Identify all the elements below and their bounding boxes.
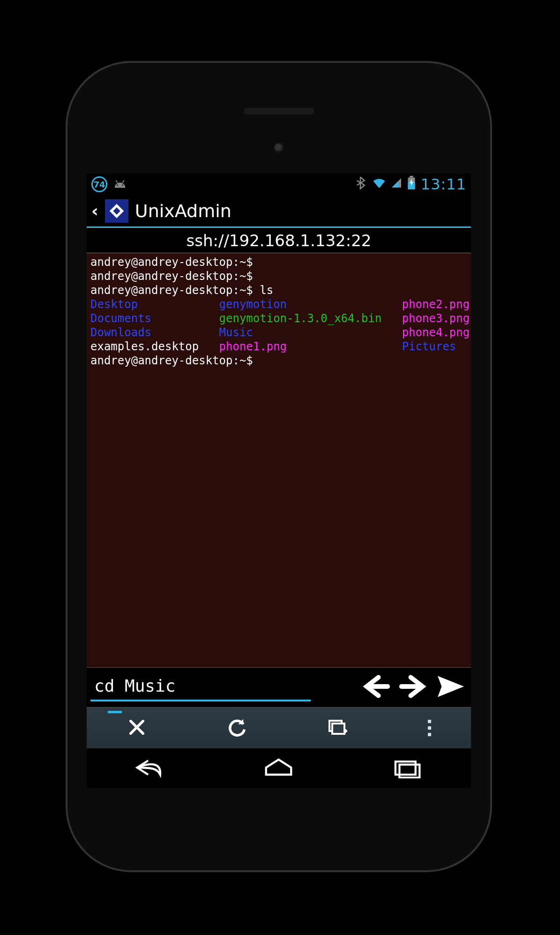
back-chevron-icon[interactable]: ‹ bbox=[91, 203, 98, 219]
nav-home-button[interactable] bbox=[261, 757, 296, 780]
screen: 74 13:11 bbox=[87, 173, 471, 788]
status-clock: 13:11 bbox=[421, 175, 466, 193]
cell-signal-icon bbox=[391, 176, 402, 193]
nav-back-button[interactable] bbox=[133, 757, 168, 780]
phone-camera bbox=[274, 143, 284, 153]
phone-speaker bbox=[244, 108, 314, 114]
svg-rect-11 bbox=[396, 762, 416, 775]
terminal-output[interactable]: andrey@andrey-desktop:~$ andrey@andrey-d… bbox=[87, 253, 471, 668]
svg-line-3 bbox=[123, 180, 124, 182]
battery-level-badge-icon: 74 bbox=[91, 176, 107, 192]
command-row bbox=[87, 668, 471, 707]
overflow-menu-button[interactable] bbox=[428, 720, 431, 736]
nav-recent-button[interactable] bbox=[389, 757, 425, 780]
bluetooth-icon bbox=[353, 176, 367, 193]
send-button[interactable] bbox=[434, 673, 467, 701]
toolbar-indicator bbox=[108, 711, 122, 713]
command-input[interactable] bbox=[90, 673, 311, 701]
svg-point-1 bbox=[122, 184, 123, 186]
app-title: UnixAdmin bbox=[135, 201, 231, 221]
connection-url: ssh://192.168.1.132:22 bbox=[187, 231, 372, 250]
battery-charging-icon bbox=[407, 176, 416, 193]
app-logo-icon bbox=[105, 199, 128, 223]
battery-level-text: 74 bbox=[93, 180, 105, 189]
system-nav-bar bbox=[87, 749, 471, 788]
svg-rect-5 bbox=[410, 176, 413, 178]
svg-point-0 bbox=[117, 184, 118, 186]
title-bar[interactable]: ‹ UnixAdmin bbox=[87, 195, 471, 228]
svg-rect-10 bbox=[332, 724, 344, 734]
connection-url-bar[interactable]: ssh://192.168.1.132:22 bbox=[87, 228, 471, 253]
status-bar: 74 13:11 bbox=[87, 173, 471, 195]
history-prev-button[interactable] bbox=[359, 673, 392, 701]
android-icon bbox=[112, 177, 128, 192]
toolbar bbox=[87, 707, 471, 748]
svg-line-2 bbox=[116, 180, 118, 182]
close-button[interactable] bbox=[127, 717, 147, 739]
refresh-button[interactable] bbox=[227, 717, 247, 739]
phone-frame: 74 13:11 bbox=[66, 61, 492, 872]
new-session-button[interactable] bbox=[328, 717, 348, 739]
history-next-button[interactable] bbox=[397, 673, 430, 701]
wifi-icon bbox=[372, 176, 386, 193]
